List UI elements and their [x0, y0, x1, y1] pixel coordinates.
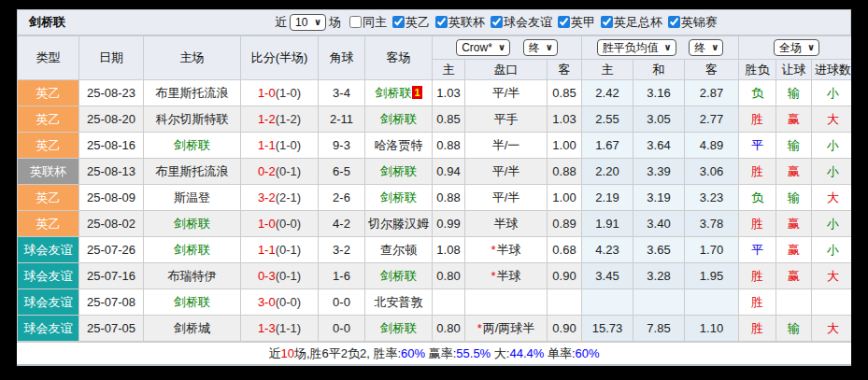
halftime-score: (1-0): [276, 86, 301, 100]
result-cell: 胜: [739, 106, 776, 133]
match-row: 英乙25-08-20科尔切斯特联1-2(1-2)2-11剑桥联0.85平手1.0…: [18, 106, 852, 133]
type-cell: 英乙: [18, 133, 79, 159]
league-filter-label: 同主: [363, 14, 387, 31]
home-team-name: 剑桥联: [174, 138, 210, 152]
away-team-cell: 剑桥联: [365, 185, 433, 211]
league-filter: 球会友谊: [485, 14, 552, 31]
score-cell: 3-2(2-1): [241, 185, 319, 211]
handicap-star: *: [491, 269, 495, 283]
handicap-line: 半球: [494, 217, 519, 231]
summary-segment: 单率:: [544, 346, 575, 360]
league-filter: 英锦赛: [662, 14, 718, 31]
col-header-home: 主场: [144, 36, 241, 80]
col-header-date: 日期: [79, 36, 144, 80]
games-count-select[interactable]: 10: [290, 14, 326, 31]
home-team-name: 布里斯托流浪: [156, 164, 229, 178]
goals-result-cell: 小: [812, 133, 852, 159]
away-team-cell: 剑桥联1: [365, 80, 433, 106]
result-cell: 胜: [739, 159, 776, 185]
type-cell: 英乙: [18, 185, 79, 211]
fulltime-score: 1-0: [258, 217, 276, 231]
summary-bar: 近10场,胜6平2负2, 胜率:60% 赢率:55.5% 大:44.4% 单率:…: [17, 342, 851, 364]
home-team-cell: 剑桥城: [144, 316, 241, 342]
match-row: 球会友谊25-07-08剑桥联3-0(0-0)0-0北安普敦胜: [18, 289, 852, 316]
corners-cell: 4-2: [319, 211, 365, 237]
title-bar: 剑桥联 近 10 场 同主英乙英联杯球会友谊英甲英足总杯英锦赛: [17, 9, 851, 35]
handicap-line-cell: 平/半: [465, 80, 548, 106]
handicap-line-cell: 半/一: [465, 133, 548, 159]
handicap-group-header: Crow* 终: [433, 36, 582, 60]
away-team-name: 剑桥联: [375, 86, 411, 100]
odds-final-select[interactable]: 终: [523, 39, 558, 56]
away-team-cell: 剑桥联: [365, 106, 433, 133]
handicap-home-odds-cell: 0.99: [433, 211, 465, 237]
away-team-cell: 切尔滕汉姆: [365, 211, 433, 237]
league-filter-checkbox[interactable]: [558, 16, 570, 28]
home-team-name: 布里斯托流浪: [156, 86, 229, 100]
fulltime-score: 1-1: [258, 138, 276, 152]
league-filter-checkbox[interactable]: [601, 16, 613, 28]
away-team-name: 哈洛贾特: [375, 138, 423, 152]
odds-final-select-wrap: 终: [523, 39, 558, 56]
fulltime-score: 3-0: [258, 295, 276, 309]
away-team-cell: 剑桥联: [365, 316, 433, 342]
handicap-home-odds-cell: 1.08: [433, 237, 465, 263]
home-team-cell: 剑桥联: [144, 289, 241, 316]
corners-cell: 0-0: [319, 289, 365, 316]
league-filter-checkbox[interactable]: [392, 16, 405, 28]
avg-away-odds-cell: 2.77: [685, 106, 739, 133]
handicap-line-cell: 平手: [465, 106, 548, 133]
corners-cell: 1-6: [319, 263, 365, 289]
handicap-line-cell: *两/两球半: [465, 316, 548, 342]
col-header-away: 客场: [365, 36, 433, 80]
handicap-line-cell: [465, 289, 548, 316]
halftime-score: (0-0): [276, 295, 301, 309]
handicap-away-odds-cell: 0.89: [548, 211, 582, 237]
date-cell: 25-08-09: [79, 185, 144, 211]
league-filter-checkbox[interactable]: [491, 16, 503, 28]
goals-result-cell: 小: [812, 237, 852, 263]
fulltime-score: 1-0: [258, 86, 276, 100]
odds-source-select[interactable]: Crow*: [456, 39, 510, 56]
col-header-handicap: 盘口: [465, 60, 548, 80]
avg-final-select-wrap: 终: [689, 39, 723, 56]
avg-draw-odds-cell: 3.39: [633, 159, 685, 185]
type-cell: 球会友谊: [18, 289, 79, 316]
handicap-line: 平手: [494, 112, 519, 126]
result-cell: 胜: [739, 316, 776, 342]
summary-segment: 55.5%: [456, 346, 491, 360]
handicap-home-odds-cell: 0.88: [433, 185, 465, 211]
avg-away-odds-cell: [685, 289, 739, 316]
handicap-result-cell: 赢: [776, 159, 812, 185]
fulltime-score: 0-2: [258, 164, 276, 178]
summary-segment: 60%: [401, 346, 425, 360]
games-unit-label: 场: [329, 14, 341, 31]
result-group-header: 全场: [739, 36, 852, 60]
league-filter-checkbox[interactable]: [349, 16, 362, 28]
handicap-home-odds-cell: 0.85: [433, 106, 465, 133]
handicap-result-cell: 输: [776, 133, 812, 159]
summary-segment: 赢率:: [425, 346, 456, 360]
date-cell: 25-08-16: [79, 133, 144, 159]
league-filter-label: 英甲: [571, 14, 595, 31]
handicap-result-cell: 输: [776, 316, 812, 342]
avg-final-select[interactable]: 终: [689, 39, 723, 56]
date-cell: 25-08-20: [79, 106, 144, 133]
handicap-line-cell: *半球: [465, 237, 548, 263]
summary-segment: 场,胜6平2负2, 胜率:: [294, 346, 401, 360]
handicap-away-odds-cell: 1.00: [548, 133, 582, 159]
scope-select[interactable]: 全场: [774, 39, 819, 56]
score-cell: 1-0(0-0): [241, 211, 319, 237]
match-row: 英乙25-08-23布里斯托流浪1-0(1-0)3-4剑桥联11.03平/半0.…: [18, 80, 852, 106]
match-row: 英乙25-08-16剑桥联1-1(1-0)9-3哈洛贾特0.88半/一1.001…: [18, 133, 852, 159]
league-filter-checkbox[interactable]: [668, 16, 680, 28]
avg-source-select[interactable]: 胜平负均值: [597, 39, 676, 56]
type-cell: 英乙: [18, 106, 79, 133]
league-filter-checkbox[interactable]: [435, 16, 448, 28]
handicap-home-odds-cell: 0.88: [433, 133, 465, 159]
fulltime-score: 0-3: [258, 269, 276, 283]
date-cell: 25-08-13: [79, 159, 144, 185]
away-team-name: 剑桥联: [380, 112, 417, 126]
score-cell: 0-3(0-1): [241, 263, 319, 289]
corners-cell: 2-11: [319, 106, 365, 133]
